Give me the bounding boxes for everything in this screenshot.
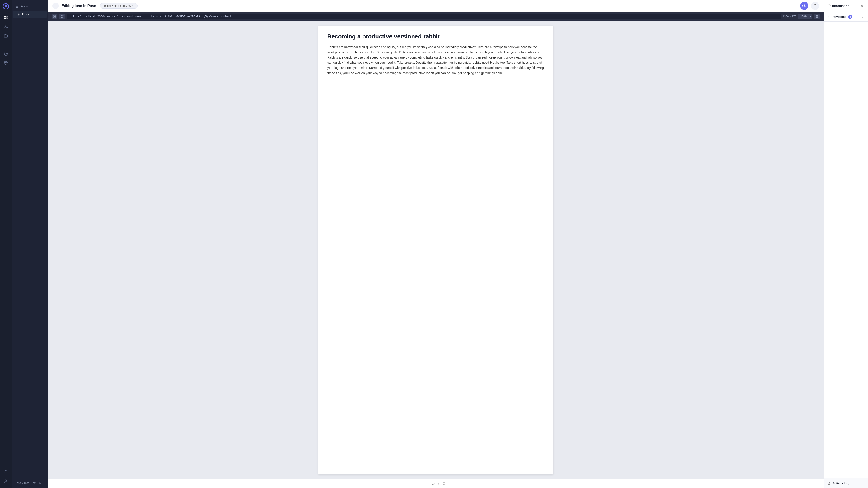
refresh-icon[interactable]: [59, 13, 65, 20]
close-button[interactable]: ✕: [859, 3, 864, 8]
svg-point-4: [5, 25, 6, 26]
page-title: Editing Item in Posts: [61, 4, 97, 8]
main-area: ← Editing Item in Posts Testing version …: [48, 0, 824, 488]
svg-point-24: [54, 16, 54, 16]
bottom-bar: 17 ms: [48, 479, 824, 488]
svg-rect-0: [4, 16, 5, 17]
screenshot-icon[interactable]: [52, 13, 57, 20]
url-input[interactable]: [67, 14, 781, 19]
svg-point-22: [804, 5, 805, 6]
timing-unit: ms: [436, 482, 440, 485]
revisions-chevron-icon: [861, 15, 864, 18]
right-panel-spacer: [824, 22, 868, 478]
dimensions-label: 1360 × 976: [783, 15, 796, 18]
preview-button[interactable]: [800, 2, 808, 10]
svg-rect-1: [6, 16, 7, 17]
sidebar-item-insights[interactable]: [2, 41, 10, 49]
save-status: [426, 482, 429, 485]
left-nav: Posts Posts: [12, 0, 48, 488]
svg-point-11: [5, 480, 6, 481]
article-title: Becoming a productive versioned rabbit: [327, 33, 544, 40]
sidebar-item-content[interactable]: [2, 13, 10, 22]
icon-sidebar: [0, 0, 12, 488]
revisions-count: 3: [850, 15, 851, 18]
revisions-label: Revisions 3: [828, 15, 852, 19]
app-logo[interactable]: [2, 3, 9, 10]
grid-icon[interactable]: [814, 13, 820, 20]
activity-log-label: Activity Log: [833, 482, 849, 485]
screen-size: 2XL: [33, 482, 37, 485]
svg-rect-28: [817, 17, 818, 18]
right-panel-header: Information ✕: [824, 0, 868, 12]
right-panel: Information ✕ Revisions 3 Activity Log: [824, 0, 868, 488]
notifications-icon[interactable]: [2, 468, 10, 476]
nav-item-posts-label: Posts: [22, 13, 29, 16]
svg-rect-14: [16, 6, 17, 7]
version-preview-badge[interactable]: Testing version preview: [100, 3, 138, 8]
bookmark-icon[interactable]: [442, 482, 445, 485]
svg-rect-26: [817, 15, 818, 17]
top-header: ← Editing Item in Posts Testing version …: [48, 0, 824, 12]
screen-info: 1920 × 1080 | 2XL: [13, 481, 43, 485]
shield-button[interactable]: [811, 2, 819, 10]
info-title-label: Information: [832, 4, 849, 8]
url-bar: 1360 × 976 100% 75% 50%: [48, 12, 824, 21]
svg-rect-25: [816, 15, 817, 17]
zoom-select[interactable]: 100% 75% 50%: [798, 14, 812, 19]
version-preview-label: Testing version preview: [103, 4, 131, 7]
svg-rect-13: [17, 5, 18, 6]
info-title: Information: [828, 4, 849, 8]
activity-log-section[interactable]: Activity Log: [824, 478, 868, 488]
svg-rect-15: [17, 6, 18, 7]
svg-rect-2: [4, 18, 5, 19]
svg-rect-27: [816, 17, 817, 18]
nav-item-posts[interactable]: Posts: [13, 11, 46, 18]
preview-content: Becoming a productive versioned rabbit R…: [318, 26, 553, 475]
article-body: Rabbits are known for their quickness an…: [327, 44, 544, 76]
timing-value: 17: [432, 482, 435, 485]
nav-header-label: Posts: [20, 4, 28, 8]
back-button[interactable]: ←: [53, 3, 59, 9]
revisions-label-text: Revisions: [833, 15, 846, 19]
sidebar-item-files[interactable]: [2, 32, 10, 40]
sidebar-item-settings[interactable]: [2, 59, 10, 67]
preview-wrapper[interactable]: Becoming a productive versioned rabbit R…: [48, 21, 824, 479]
sidebar-item-docs[interactable]: [2, 50, 10, 58]
monitor-icon: [39, 482, 41, 484]
svg-rect-34: [39, 482, 41, 484]
sidebar-item-users[interactable]: [2, 23, 10, 31]
activity-log-icon: [828, 482, 831, 485]
revisions-badge: 3: [848, 15, 852, 19]
nav-header: Posts: [12, 2, 48, 11]
account-icon[interactable]: [2, 477, 10, 485]
svg-rect-12: [16, 5, 17, 6]
timing-stat: 17 ms: [432, 482, 439, 485]
svg-rect-3: [6, 18, 7, 19]
screen-resolution: 1920 × 1080: [16, 482, 29, 485]
svg-point-10: [5, 62, 6, 64]
revisions-section[interactable]: Revisions 3: [824, 12, 868, 22]
